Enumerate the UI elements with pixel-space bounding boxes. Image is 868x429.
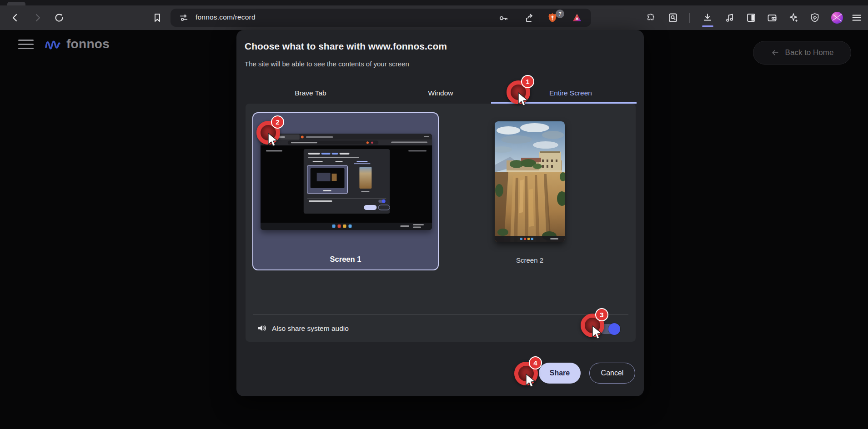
- cursor-icon: [267, 133, 279, 148]
- tab-window[interactable]: Window: [376, 83, 506, 104]
- cursor-icon: [517, 92, 529, 108]
- cursor-icon: [525, 374, 537, 389]
- marker-number: 2: [271, 115, 284, 129]
- share-button[interactable]: Share: [539, 363, 581, 384]
- search-tabs-icon[interactable]: [667, 12, 678, 23]
- cancel-button[interactable]: Cancel: [589, 363, 635, 384]
- annotation-marker-3: 3: [581, 314, 604, 337]
- marker-number: 3: [595, 308, 608, 321]
- speaker-icon: [256, 323, 267, 334]
- audio-divider: [253, 314, 628, 314]
- screen-list-panel: Screen 1: [246, 104, 636, 342]
- back-to-home-button[interactable]: Back to Home: [753, 41, 851, 65]
- waveform-icon: [44, 35, 62, 53]
- share-export-icon[interactable]: [524, 13, 535, 24]
- share-source-tabs: Brave Tab Window Entire Screen: [246, 83, 636, 104]
- cursor-icon: [592, 325, 603, 341]
- annotation-marker-1: 1: [507, 80, 530, 104]
- site-settings-tune-icon[interactable]: [179, 13, 189, 23]
- annotation-marker-2: 2: [256, 121, 280, 145]
- browser-toolbar: fonnos.com/record 7: [0, 5, 868, 30]
- tab-strip: [0, 0, 868, 5]
- media-music-icon[interactable]: [724, 12, 735, 23]
- tab-brave-tab[interactable]: Brave Tab: [246, 83, 376, 104]
- sidebar-icon[interactable]: [746, 12, 757, 23]
- page-logo[interactable]: fonnos: [44, 34, 110, 55]
- reload-icon[interactable]: [54, 12, 65, 23]
- page-logo-text: fonnos: [66, 37, 110, 51]
- page-menu-icon[interactable]: [18, 39, 34, 50]
- arrow-left-icon: [771, 48, 780, 57]
- active-tab-nub[interactable]: [7, 2, 25, 5]
- url-text[interactable]: fonnos.com/record: [196, 13, 256, 21]
- url-bar[interactable]: fonnos.com/record 7: [171, 9, 591, 27]
- downloads-icon[interactable]: [702, 12, 713, 23]
- urlbar-separator: [540, 13, 540, 23]
- marker-number: 4: [529, 356, 542, 369]
- screen-2-label: Screen 2: [495, 256, 565, 264]
- audio-share-label: Also share system audio: [272, 324, 349, 333]
- dialog-title: Choose what to share with www.fonnos.com: [245, 41, 447, 52]
- extensions-puzzle-icon[interactable]: [646, 12, 657, 23]
- marker-number: 1: [521, 75, 534, 88]
- screen-1-tile[interactable]: Screen 1: [252, 112, 439, 270]
- download-active-indicator: [702, 25, 713, 27]
- annotation-marker-4: 4: [514, 362, 538, 385]
- key-icon[interactable]: [498, 13, 509, 24]
- share-picker-dialog: Choose what to share with www.fonnos.com…: [236, 30, 644, 396]
- dialog-subtitle: The site will be able to see the content…: [245, 60, 409, 68]
- screen-1-preview-image: [261, 134, 432, 230]
- bat-triangle-icon[interactable]: [572, 12, 582, 23]
- toolbar-separator: [689, 13, 690, 23]
- shield-count-badge: 7: [556, 10, 564, 18]
- screen-2-tile[interactable]: [495, 121, 565, 242]
- bookmark-icon[interactable]: [152, 12, 163, 23]
- screen-1-label: Screen 1: [253, 255, 438, 264]
- toggle-knob: [608, 323, 620, 335]
- back-to-home-label: Back to Home: [785, 48, 834, 57]
- vpn-shield-icon[interactable]: [809, 12, 820, 23]
- menu-hamburger-icon[interactable]: [851, 12, 862, 23]
- wallet-icon[interactable]: [767, 12, 778, 23]
- screen: fonnos.com/record 7: [0, 0, 868, 429]
- profile-avatar[interactable]: [831, 12, 843, 24]
- leo-sparkles-icon[interactable]: [788, 12, 799, 23]
- back-icon[interactable]: [10, 12, 21, 23]
- forward-icon[interactable]: [32, 12, 43, 23]
